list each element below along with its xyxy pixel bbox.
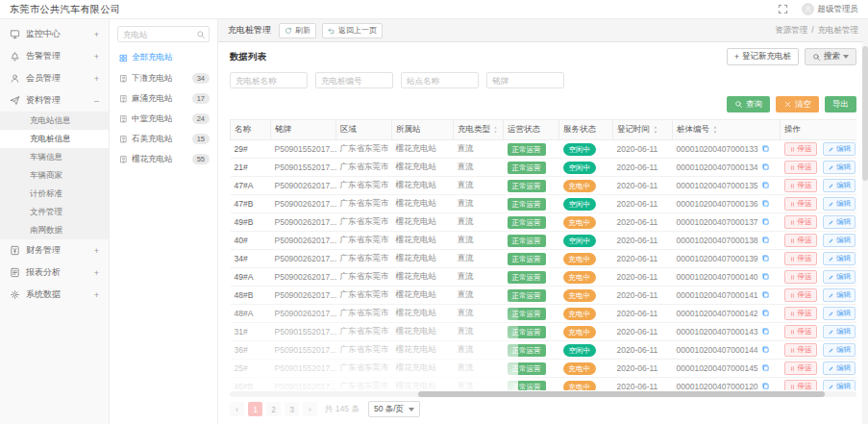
page-button[interactable]: 3 [285,402,299,416]
edit-button[interactable]: 编辑 [823,288,856,302]
next-page-button[interactable]: › [303,402,317,416]
stop-operation-button[interactable]: 停运 [784,343,817,357]
edit-button[interactable]: 编辑 [823,270,856,284]
filter-input[interactable] [230,72,308,88]
edit-button[interactable]: 编辑 [823,234,856,247]
station-list-item[interactable]: 中堂充电站 24 [110,109,217,129]
user-menu[interactable]: 超级管理员 [802,3,859,15]
copy-icon[interactable] [761,199,770,208]
copy-icon[interactable] [761,236,770,244]
copy-icon[interactable] [761,363,770,372]
sidebar-group-item[interactable]: 告警管理 + [0,45,109,67]
edit-button[interactable]: 编辑 [823,215,856,229]
sidebar-subitem[interactable]: 车辆商家 [0,166,109,185]
edit-button[interactable]: 编辑 [823,325,856,338]
stop-operation-button[interactable]: 停运 [784,179,817,192]
prev-page-button[interactable]: ‹ [230,402,244,416]
sidebar-group-item[interactable]: 会员管理 + [0,67,109,89]
sidebar-group-item[interactable]: 监控中心 + [0,23,109,45]
copy-icon[interactable] [761,144,770,153]
refresh-button[interactable]: 刷新 [279,23,316,38]
table-header-cell[interactable]: 所属站 [392,120,454,140]
table-header-cell[interactable]: 服务状态 [559,120,613,140]
copy-icon[interactable] [761,309,770,317]
sort-icon[interactable] [652,125,659,135]
stop-operation-button[interactable]: 停运 [784,215,817,229]
edit-button[interactable]: 编辑 [823,343,856,357]
per-page-select[interactable]: 50 条/页 [368,401,420,417]
export-button[interactable]: 导出 [825,96,856,112]
stop-operation-button[interactable]: 停运 [784,288,817,302]
copy-icon[interactable] [761,217,770,226]
filter-input[interactable] [486,72,564,88]
copy-icon[interactable] [761,254,770,262]
page-button[interactable]: 2 [266,402,281,416]
sidebar-subitem[interactable]: 文件管理 [0,203,109,221]
edit-button[interactable]: 编辑 [823,307,856,320]
clear-button[interactable]: 清空 [776,96,819,112]
sort-icon[interactable] [492,125,499,135]
sidebar-group-item[interactable]: 财务管理 + [0,239,109,262]
stop-operation-button[interactable]: 停运 [784,380,817,390]
stop-operation-button[interactable]: 停运 [784,270,817,284]
copy-icon[interactable] [761,162,770,171]
window-scrollbar[interactable] [862,19,868,424]
edit-button[interactable]: 编辑 [823,197,856,211]
register-new-pile-button[interactable]: + 登记新充电桩 [727,48,799,65]
copy-icon[interactable] [761,290,770,299]
edit-button[interactable]: 编辑 [823,362,856,375]
sidebar-group-item[interactable]: 系统数据 + [0,284,109,306]
edit-button[interactable]: 编辑 [823,380,856,390]
sidebar-subitem[interactable]: 计价标准 [0,185,109,203]
stop-operation-button[interactable]: 停运 [784,252,817,265]
station-list-item[interactable]: 石美充电站 15 [110,129,217,149]
copy-icon[interactable] [761,327,770,336]
stop-operation-button[interactable]: 停运 [784,161,817,174]
stop-operation-button[interactable]: 停运 [784,234,817,247]
all-stations-item[interactable]: 全部充电站 [110,46,217,68]
station-list-item[interactable]: 下漖充电站 34 [110,68,217,88]
table-header-cell[interactable]: 铭牌 [271,120,336,140]
horizontal-scrollbar-thumb[interactable] [418,391,826,397]
table-header-cell[interactable]: 运营状态 [504,120,559,140]
station-list-item[interactable]: 榴花充电站 55 [110,149,217,169]
copy-icon[interactable] [761,345,770,354]
sidebar-group-item[interactable]: 报表分析 + [0,262,109,284]
edit-button[interactable]: 编辑 [823,179,856,192]
sidebar-subitem[interactable]: 南网数据 [0,221,109,239]
query-button[interactable]: 查询 [727,96,770,112]
stop-operation-button[interactable]: 停运 [784,197,817,211]
window-scrollbar-thumb[interactable] [862,46,868,181]
sidebar-subitem[interactable]: 充电桩信息 [0,130,109,148]
back-button[interactable]: 返回上一页 [322,23,383,38]
edit-button[interactable]: 编辑 [823,161,856,174]
stop-operation-button[interactable]: 停运 [784,142,817,156]
edit-button[interactable]: 编辑 [823,252,856,265]
table-header-cell[interactable]: 桩体编号 [673,120,781,140]
table-header-cell[interactable]: 名称 [231,120,271,140]
copy-icon[interactable] [761,272,770,281]
filter-input[interactable] [315,72,393,88]
table-header-cell[interactable]: 充电类型 [454,120,504,140]
stop-operation-button[interactable]: 停运 [784,307,817,320]
sort-icon[interactable] [711,125,719,135]
table-header-cell[interactable]: 登记时间 [613,120,673,140]
fullscreen-icon[interactable] [778,4,788,14]
tab-charging-pile-management[interactable]: 充电桩管理 [228,24,271,37]
stop-operation-button[interactable]: 停运 [784,362,817,375]
sidebar-group-item[interactable]: 资料管理 – [0,89,109,112]
table-header-cell[interactable]: 区域 [336,120,392,140]
breadcrumb-parent[interactable]: 资源管理 [775,25,807,37]
sidebar-subitem[interactable]: 车辆信息 [0,148,109,166]
copy-icon[interactable] [761,181,770,189]
station-list-item[interactable]: 麻涌充电站 17 [110,88,217,109]
edit-button[interactable]: 编辑 [823,142,856,156]
horizontal-scrollbar[interactable] [230,391,856,397]
table-header-cell[interactable]: 操作 [781,120,857,140]
sidebar-subitem[interactable]: 充电站信息 [0,112,109,130]
stop-operation-button[interactable]: 停运 [784,325,817,338]
search-toggle-button[interactable]: 搜索 [805,48,856,65]
page-button[interactable]: 1 [248,402,262,416]
filter-input[interactable] [401,72,479,88]
copy-icon[interactable] [761,382,770,390]
